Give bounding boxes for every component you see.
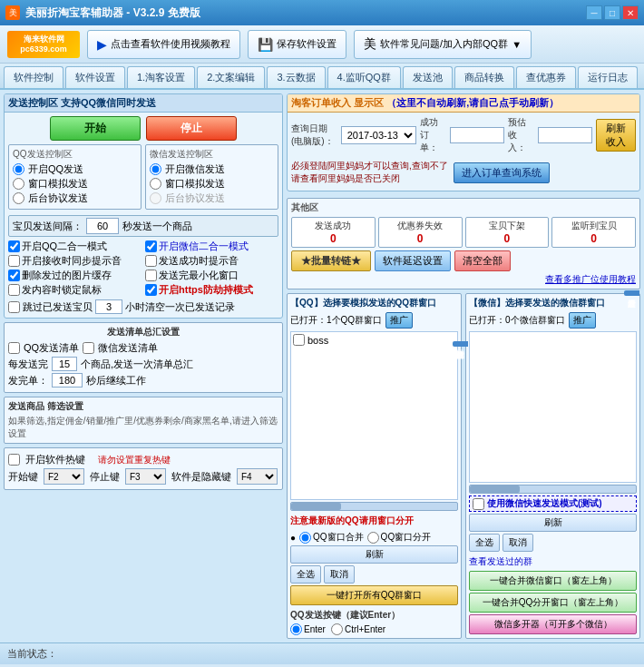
- cb-receive-sound[interactable]: 开启接收时同步提示音: [8, 254, 141, 268]
- date-select[interactable]: 2017-03-13: [341, 126, 416, 144]
- cb-lock-mouse[interactable]: 发内容时锁定鼠标: [8, 283, 141, 297]
- wechat-option-2[interactable]: 窗口模拟发送: [150, 177, 274, 191]
- video-tutorial-button[interactable]: ▶ 点击查看软件使用视频教程: [87, 30, 240, 59]
- stop-key-select[interactable]: F3F2F4: [125, 468, 166, 485]
- tab-taoke-settings[interactable]: 1.淘客设置: [127, 66, 195, 88]
- qq-option-2[interactable]: 窗口模拟发送: [13, 177, 137, 191]
- clear-list-row: QQ发送清单 微信发送清单: [8, 341, 278, 355]
- enter-option[interactable]: Enter: [290, 623, 326, 635]
- send-key-label: QQ发送按键（建议Enter）: [290, 609, 458, 622]
- qq-control-sub: QQ发送控制区 开启QQ发送 窗口模拟发送 后台协议发送: [8, 144, 141, 210]
- order-warning-row: 必须登陆阿里妈妈才可以查询,查询不了请查看阿里妈妈是否已关闭 进入订单查询系统: [291, 158, 636, 187]
- save-settings-button[interactable]: 💾 保存软件设置: [248, 30, 346, 59]
- qq-action-btns: 全选 取消: [290, 565, 458, 584]
- tab-coupon[interactable]: 查优惠券: [516, 66, 576, 88]
- predict-income-input[interactable]: [538, 127, 592, 143]
- delay-settings-button[interactable]: 软件延迟设置: [375, 250, 451, 271]
- qq-window-merge[interactable]: QQ窗口合并: [299, 531, 364, 544]
- wechat-fast-mode[interactable]: 使用微信快速发送模式(测试): [469, 495, 637, 512]
- minimize-button[interactable]: ─: [586, 5, 602, 20]
- cb-skip[interactable]: [8, 301, 20, 313]
- order-box: 淘客订单收入 显示区 （这里不自动刷新,请自己点手动刷新） 查询日期(电脑版)：…: [287, 93, 640, 191]
- qq-window-split[interactable]: QQ窗口分开: [367, 531, 432, 544]
- qq-item-checkbox[interactable]: [293, 334, 305, 346]
- open-all-qq-btn[interactable]: 一键打开所有QQ群窗口: [290, 585, 458, 605]
- send-list-box: 发送清单总汇设置 QQ发送清单 微信发送清单 每发送完 个商品,发送一次清单总汇…: [4, 322, 283, 393]
- right-panel: 淘客订单收入 显示区 （这里不自动刷新,请自己点手动刷新） 查询日期(电脑版)：…: [287, 93, 640, 639]
- skip-hours-input[interactable]: [95, 299, 122, 314]
- wechat-status-row: 已打开：0个微信群窗口 推广: [469, 312, 637, 329]
- tab-software-settings[interactable]: 软件设置: [65, 66, 125, 88]
- logo-area: 海来软件网pc6339.com: [7, 31, 80, 58]
- video-icon: ▶: [97, 37, 107, 52]
- qq-select-all-btn[interactable]: 全选: [290, 565, 321, 584]
- tab-log[interactable]: 运行日志: [578, 66, 638, 88]
- start-button[interactable]: 开始: [50, 116, 141, 141]
- merge-qq-btn[interactable]: 一键合并QQ分开窗口（窗左上角）: [469, 593, 637, 613]
- wechat-refresh-button[interactable]: 刷新: [469, 514, 637, 532]
- batch-convert-button[interactable]: ★批量转链★: [291, 250, 371, 271]
- ctrl-enter-option[interactable]: Ctrl+Enter: [331, 623, 385, 635]
- cb-wechat-twomode[interactable]: 开启微信二合一模式: [145, 240, 278, 253]
- cb-wechat-clear[interactable]: [83, 342, 94, 354]
- qq-option-1[interactable]: 开启QQ发送: [13, 162, 137, 176]
- start-stop-row: 开始 停止: [8, 116, 278, 141]
- refresh-income-button[interactable]: 刷新收入: [596, 119, 636, 152]
- tab-software-control[interactable]: 软件控制: [4, 66, 63, 88]
- filter-title: 发送商品 筛选设置: [8, 400, 278, 413]
- clear-all-button[interactable]: 清空全部: [454, 250, 511, 271]
- merge-wechat-btn[interactable]: 一键合并微信窗口（窗左上角）: [469, 571, 637, 591]
- wechat-window-box: 【微信】选择要发送的微信群窗口 已打开：0个微信群窗口 推广 使用微信快速发送模…: [465, 293, 640, 639]
- filter-desc: 如果筛选,指定佣金/销量/推广里/优惠券剩余/商家黑名单,请进入筛选设置: [8, 415, 278, 440]
- wechat-cancel-btn[interactable]: 取消: [503, 534, 533, 552]
- tab-send-pool[interactable]: 发送池: [403, 66, 453, 88]
- tab-cloud-data[interactable]: 3.云数据: [267, 66, 325, 88]
- qq-scroll-bar[interactable]: [290, 502, 458, 511]
- cb-minimize[interactable]: 发送完最小化窗口: [145, 269, 278, 282]
- cb-https[interactable]: 开启https防劫持模式: [145, 283, 278, 297]
- other-area: 其他区 发送成功 0 优惠券失效 0 宝贝下架 0 监听到宝贝 0: [287, 198, 640, 289]
- order-system-button[interactable]: 进入订单查询系统: [454, 162, 550, 183]
- order-warning: 必须登陆阿里妈妈才可以查询,查询不了请查看阿里妈妈是否已关闭: [291, 160, 448, 185]
- refresh-button[interactable]: 刷新: [290, 545, 458, 564]
- right-side-tab[interactable]: 查看是否发送的群: [624, 290, 639, 296]
- qq-control-title: QQ发送控制区: [13, 148, 137, 161]
- cb-send-sound[interactable]: 发送成功时提示音: [145, 254, 278, 268]
- hotkey-box: 开启软件热键 请勿设置重复热键 开始键 F2F3F4F5 停止键 F3F2F4 …: [4, 447, 283, 490]
- cb-qq-clear[interactable]: [8, 342, 20, 354]
- cb-delete-cache[interactable]: 删除发过的图片缓存: [8, 269, 141, 282]
- close-button[interactable]: ✕: [622, 5, 639, 20]
- wechat-promote-button[interactable]: 推广: [569, 312, 596, 329]
- each-send-input[interactable]: [52, 357, 77, 371]
- tab-copywriting[interactable]: 2.文案编辑: [197, 66, 265, 88]
- faq-button[interactable]: 美 软件常见问题/加入内部QQ群 ▼: [354, 30, 532, 59]
- maximize-button[interactable]: □: [604, 5, 620, 20]
- cb-hotkey[interactable]: [8, 454, 20, 466]
- qq-cancel-btn[interactable]: 取消: [324, 565, 355, 584]
- query-sent-groups-link[interactable]: 查看发送过的群: [469, 555, 637, 568]
- qq-option-3[interactable]: 后台协议发送: [13, 191, 137, 205]
- qq-promote-button[interactable]: 推广: [385, 312, 413, 329]
- send-control-box: 发送控制区 支持QQ微信同时发送 开始 停止 QQ发送控制区 开启QQ发送 窗口…: [4, 93, 283, 319]
- qq-list-item-boss: boss: [293, 334, 455, 346]
- hide-key-select[interactable]: F4F2F3: [237, 468, 278, 485]
- success-order-input[interactable]: [450, 127, 504, 143]
- tab-product-convert[interactable]: 商品转换: [454, 66, 514, 88]
- wechat-option-1[interactable]: 开启微信发送: [150, 162, 274, 176]
- qq-status-row: 已打开：1个QQ群窗口 推广: [290, 312, 458, 329]
- wechat-scroll-bar[interactable]: [469, 485, 637, 494]
- interval-input[interactable]: [86, 218, 119, 234]
- wechat-list-area: [469, 331, 637, 483]
- wechat-select-all-btn[interactable]: 全选: [469, 534, 500, 552]
- multi-wechat-btn[interactable]: 微信多开器（可开多个微信）: [469, 614, 637, 634]
- done-input[interactable]: [52, 373, 83, 387]
- start-key-select[interactable]: F2F3F4F5: [44, 468, 84, 485]
- tutorial-link[interactable]: 查看多推广位使用教程: [545, 274, 636, 284]
- stop-button[interactable]: 停止: [146, 116, 237, 141]
- qq-merge-option-row: ● QQ窗口合并 QQ窗口分开: [290, 531, 458, 544]
- cb-qq-twomode[interactable]: 开启QQ二合一模式: [8, 240, 141, 253]
- each-send-row: 每发送完 个商品,发送一次清单总汇: [8, 357, 278, 371]
- tab-monitor-qq[interactable]: 4.监听QQ群: [327, 66, 401, 88]
- qq-side-tab[interactable]: 放大选择群列表窗口: [453, 341, 468, 347]
- send-control-title: 发送控制区 支持QQ微信同时发送: [5, 94, 282, 113]
